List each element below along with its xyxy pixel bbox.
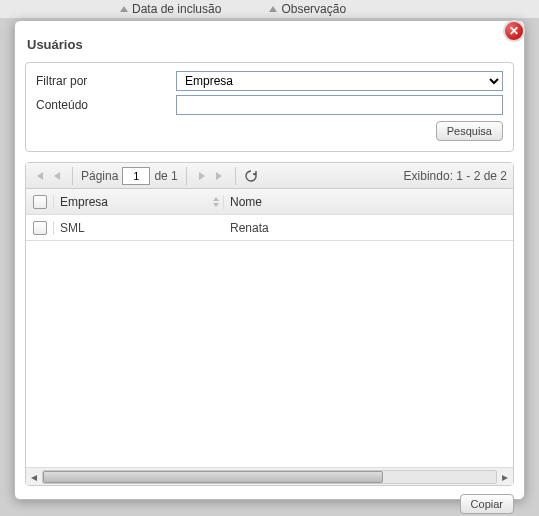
close-button[interactable]: ✕	[503, 20, 525, 42]
row-checkbox[interactable]	[33, 221, 47, 235]
grid-body: SML Renata	[26, 215, 513, 467]
column-header-nome-label: Nome	[230, 195, 262, 209]
background-column-header: Data de inclusão Observação	[0, 0, 539, 18]
separator	[72, 167, 73, 185]
showing-label: Exibindo: 1 - 2 de 2	[404, 169, 507, 183]
page-input[interactable]	[122, 167, 150, 185]
last-page-icon[interactable]	[213, 169, 227, 183]
scroll-left-icon[interactable]: ◂	[26, 469, 42, 485]
filter-by-select[interactable]: Empresa	[176, 71, 503, 91]
select-all-checkbox[interactable]	[33, 195, 47, 209]
table-row[interactable]: SML Renata	[26, 215, 513, 241]
pager-toolbar: Página de 1 Exibindo: 1 - 2 de 2	[26, 163, 513, 189]
content-label: Conteúdo	[36, 98, 176, 112]
sort-icon	[120, 6, 128, 12]
column-header-nome[interactable]: Nome	[224, 195, 513, 209]
copy-button[interactable]: Copiar	[460, 494, 514, 514]
first-page-icon[interactable]	[32, 169, 46, 183]
close-icon: ✕	[509, 24, 519, 38]
column-header-empresa[interactable]: Empresa	[54, 195, 224, 209]
column-header-empresa-label: Empresa	[60, 195, 108, 209]
filter-panel: Filtrar por Empresa Conteúdo Pesquisa	[25, 62, 514, 152]
next-page-icon[interactable]	[195, 169, 209, 183]
page-label: Página	[81, 169, 118, 183]
scroll-right-icon[interactable]: ▸	[497, 469, 513, 485]
prev-page-icon[interactable]	[50, 169, 64, 183]
search-button[interactable]: Pesquisa	[436, 121, 503, 141]
scrollbar-thumb[interactable]	[43, 471, 383, 483]
scrollbar-track[interactable]	[42, 470, 497, 484]
sort-icon	[269, 6, 277, 12]
page-of-label: de 1	[154, 169, 177, 183]
refresh-icon[interactable]	[244, 169, 258, 183]
horizontal-scrollbar[interactable]: ◂ ▸	[26, 467, 513, 485]
dialog-footer: Copiar	[15, 494, 524, 516]
bg-col-data-inclusao: Data de inclusão	[132, 2, 221, 16]
cell-nome: Renata	[230, 221, 269, 235]
separator	[235, 167, 236, 185]
grid-panel: Página de 1 Exibindo: 1 - 2 de 2 Empresa	[25, 162, 514, 486]
filter-by-label: Filtrar por	[36, 74, 176, 88]
dialog-title: Usuários	[15, 21, 524, 62]
sort-indicator-icon	[211, 195, 221, 209]
content-input[interactable]	[176, 95, 503, 115]
usuarios-dialog: ✕ Usuários Filtrar por Empresa Conteúdo …	[14, 20, 525, 500]
bg-col-observacao: Observação	[281, 2, 346, 16]
grid-header-row: Empresa Nome	[26, 189, 513, 215]
cell-empresa: SML	[60, 221, 85, 235]
separator	[186, 167, 187, 185]
